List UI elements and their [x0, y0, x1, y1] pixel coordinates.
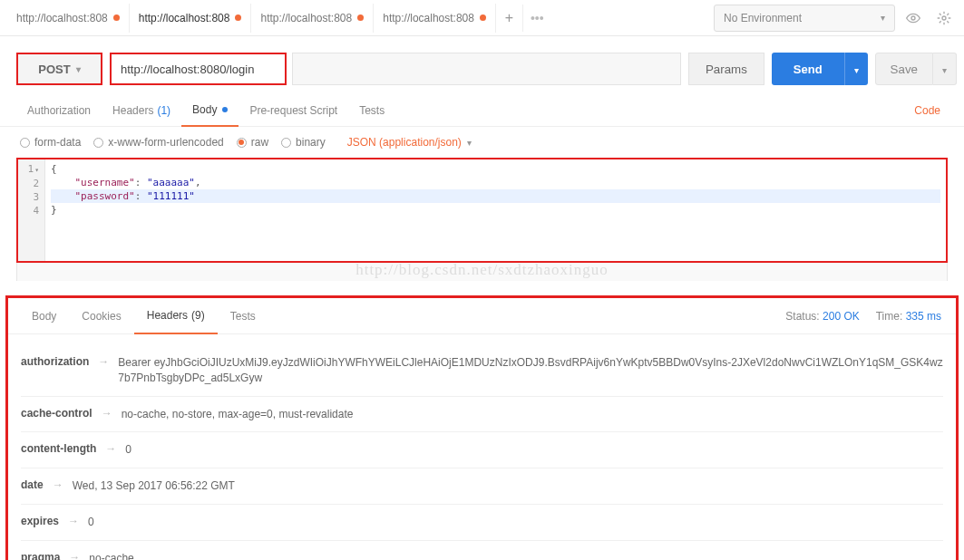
tab-label: Body	[192, 103, 217, 116]
quick-look-button[interactable]	[901, 5, 926, 31]
resp-tab-headers[interactable]: Headers (9)	[134, 298, 218, 334]
header-value: no-cache	[89, 551, 133, 560]
header-row: pragma→no-cache	[21, 541, 943, 560]
environment-area: No Environment ▾	[714, 5, 957, 32]
tab-label: http://localhost:808	[16, 12, 108, 24]
arrow-right-icon: →	[98, 355, 109, 368]
tab-headers[interactable]: Headers (1)	[102, 94, 181, 127]
tabs-overflow-button[interactable]: •••	[523, 11, 551, 25]
line-gutter: 1 2 3 4	[18, 159, 45, 261]
url-input[interactable]	[121, 63, 276, 76]
code-content[interactable]: { "username": "aaaaaa", "password": "111…	[45, 159, 946, 261]
svg-point-1	[942, 16, 946, 20]
eye-icon	[906, 11, 920, 25]
resp-tab-body[interactable]: Body	[19, 298, 69, 334]
arrow-right-icon: →	[105, 442, 116, 455]
line-number: 4	[18, 204, 44, 217]
radio-icon	[93, 138, 103, 148]
resp-tab-tests[interactable]: Tests	[218, 298, 268, 334]
tab-label: Cookies	[82, 310, 121, 323]
send-button[interactable]: Send	[772, 53, 844, 85]
content-type-label: JSON (application/json)	[347, 136, 462, 149]
chevron-down-icon: ▾	[854, 65, 859, 75]
radio-binary[interactable]: binary	[281, 136, 326, 149]
radio-urlencoded[interactable]: x-www-form-urlencoded	[93, 136, 223, 149]
tab-tests[interactable]: Tests	[348, 94, 395, 127]
request-tab[interactable]: http://localhost:808	[251, 4, 374, 33]
header-name: expires	[21, 515, 59, 527]
radio-icon	[281, 138, 291, 148]
tab-label: Headers	[112, 104, 153, 117]
line-number: 3	[18, 190, 44, 204]
send-group: Send ▾	[772, 53, 868, 85]
resp-tab-cookies[interactable]: Cookies	[69, 298, 133, 334]
top-bar: http://localhost:808 http://localhost:80…	[0, 0, 964, 36]
params-button[interactable]: Params	[688, 53, 764, 85]
modified-dot-icon	[357, 14, 364, 21]
url-field-extension[interactable]	[292, 53, 681, 85]
header-name: authorization	[21, 355, 89, 368]
time-block: Time: 335 ms	[876, 310, 941, 323]
tab-label: http://localhost:808	[260, 12, 352, 24]
radio-label: form-data	[34, 136, 81, 149]
tab-label: Authorization	[27, 104, 91, 117]
header-value: Wed, 13 Sep 2017 06:56:22 GMT	[73, 478, 235, 494]
header-name: cache-control	[21, 407, 93, 420]
chevron-down-icon: ▾	[467, 138, 472, 148]
environment-selector[interactable]: No Environment ▾	[714, 5, 895, 32]
tab-prerequest[interactable]: Pre-request Script	[239, 94, 348, 127]
header-name: pragma	[21, 551, 60, 560]
request-tab[interactable]: http://localhost:808	[130, 4, 252, 33]
tab-count: (1)	[157, 104, 170, 117]
new-tab-button[interactable]: +	[496, 5, 523, 32]
tab-count: (9)	[191, 309, 205, 322]
request-tab[interactable]: http://localhost:808	[374, 4, 496, 33]
header-row: authorization→Bearer eyJhbGciOiJIUzUxMiJ…	[21, 345, 943, 397]
code-line: }	[51, 203, 940, 217]
header-row: date→Wed, 13 Sep 2017 06:56:22 GMT	[21, 468, 943, 505]
header-row: expires→0	[21, 505, 943, 541]
tab-body[interactable]: Body	[181, 94, 239, 127]
header-name: content-length	[21, 442, 96, 455]
modified-dot-icon	[235, 14, 241, 21]
code-label: Code	[914, 104, 940, 117]
tab-label: Body	[32, 310, 56, 323]
tab-label: http://localhost:808	[139, 12, 230, 24]
time-value: 335 ms	[906, 310, 941, 323]
save-button[interactable]: Save	[875, 53, 933, 85]
arrow-right-icon: →	[69, 551, 80, 560]
watermark-text: http://blog.csdn.net/sxdtzhaoxinguo	[355, 261, 609, 279]
chevron-down-icon: ▾	[76, 64, 81, 74]
tab-label: Headers	[147, 309, 188, 322]
header-name: date	[21, 478, 44, 491]
header-row: cache-control→no-cache, no-store, max-ag…	[21, 397, 943, 433]
status-block: Status: 200 OK	[785, 310, 859, 323]
header-value: 0	[88, 515, 94, 530]
header-value: 0	[125, 442, 131, 458]
modified-dot-icon	[222, 107, 228, 112]
settings-button[interactable]	[931, 5, 957, 31]
radio-raw[interactable]: raw	[237, 136, 268, 149]
radio-icon	[237, 138, 247, 148]
code-line: "password": "111111"	[51, 189, 940, 203]
save-dropdown-button[interactable]: ▾	[933, 53, 957, 85]
chevron-down-icon: ▾	[881, 13, 885, 23]
svg-point-0	[911, 16, 915, 20]
content-type-selector[interactable]: JSON (application/json) ▾	[347, 136, 472, 149]
code-line: {	[51, 162, 940, 176]
http-method-selector[interactable]: POST ▾	[16, 53, 102, 85]
body-editor[interactable]: 1 2 3 4 { "username": "aaaaaa", "passwor…	[16, 158, 948, 263]
radio-form-data[interactable]: form-data	[20, 136, 81, 149]
response-status: Status: 200 OK Time: 335 ms	[785, 310, 945, 323]
code-link[interactable]: Code	[907, 104, 948, 117]
tab-authorization[interactable]: Authorization	[16, 94, 102, 127]
header-value: no-cache, no-store, max-age=0, must-reva…	[122, 407, 354, 422]
tab-label: Pre-request Script	[249, 104, 337, 117]
status-value: 200 OK	[823, 310, 860, 323]
arrow-right-icon: →	[53, 478, 63, 491]
line-number: 2	[18, 177, 44, 190]
request-bar: POST ▾ Params Send ▾ Save ▾	[16, 53, 957, 85]
editor-footer: http://blog.csdn.net/sxdtzhaoxinguo	[16, 263, 948, 281]
request-tab[interactable]: http://localhost:808	[7, 4, 130, 33]
send-dropdown-button[interactable]: ▾	[844, 53, 868, 85]
